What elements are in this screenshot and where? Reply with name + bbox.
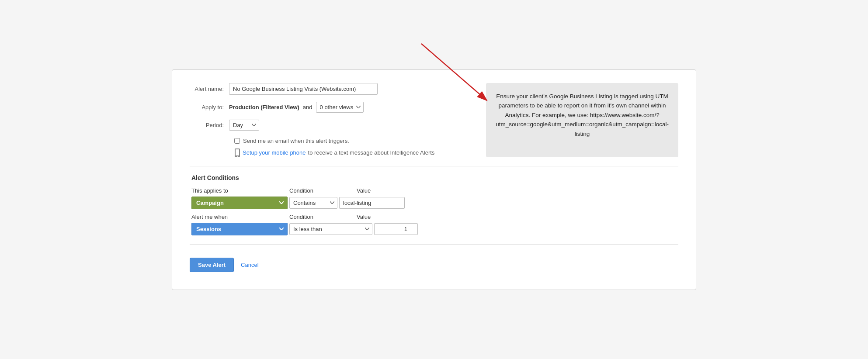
mobile-phone-row: Setup your mobile phone to receive a tex…: [234, 148, 473, 157]
svg-point-2: [237, 156, 238, 157]
alert-name-input[interactable]: [229, 83, 378, 95]
email-checkbox[interactable]: [234, 138, 240, 144]
is-less-than-dropdown[interactable]: Is less than Is greater than Equals: [289, 223, 372, 235]
period-row: Period: Day Week Month: [190, 120, 473, 131]
condition-header-2: Condition: [289, 214, 355, 220]
local-listing-input[interactable]: [339, 197, 405, 209]
period-select[interactable]: Day Week Month: [229, 120, 259, 131]
alert-me-headers: Alert me when Condition Value: [191, 214, 678, 220]
apply-to-bold-text: Production (Filtered View): [229, 104, 299, 110]
alert-me-when-header: Alert me when: [191, 214, 288, 220]
condition-header-1: Condition: [289, 187, 355, 194]
apply-to-row: Apply to: Production (Filtered View) and…: [190, 102, 473, 113]
info-box: Ensure your client's Google Business Lis…: [486, 83, 678, 157]
apply-to-label: Apply to:: [190, 104, 229, 110]
sessions-dropdown[interactable]: Sessions Users Pageviews Bounce Rate: [191, 223, 288, 235]
apply-to-and-text: and: [303, 104, 312, 110]
main-container: Alert name: Apply to: Production (Filter…: [172, 69, 696, 290]
email-checkbox-label: Send me an email when this alert trigger…: [243, 138, 349, 144]
form-left: Alert name: Apply to: Production (Filter…: [190, 83, 473, 157]
bottom-actions: Save Alert Cancel: [190, 258, 678, 272]
apply-to-content: Production (Filtered View) and 0 other v…: [229, 102, 364, 113]
contains-dropdown[interactable]: Contains Does not contain Matches Starts…: [289, 197, 337, 209]
period-label: Period:: [190, 122, 229, 128]
sessions-condition-row: Sessions Users Pageviews Bounce Rate Is …: [191, 223, 678, 235]
alert-name-label: Alert name:: [190, 86, 229, 92]
phone-icon: [234, 148, 240, 157]
svg-rect-1: [236, 149, 239, 155]
mobile-suffix-text: to receive a text message about Intellig…: [308, 149, 435, 156]
campaign-condition-row: Campaign Source Medium Contains Does not…: [191, 197, 678, 209]
other-views-select[interactable]: 0 other views: [316, 102, 364, 113]
mobile-link[interactable]: Setup your mobile phone: [243, 149, 306, 156]
top-section: Alert name: Apply to: Production (Filter…: [190, 83, 678, 157]
divider: [190, 166, 678, 166]
alert-name-row: Alert name:: [190, 83, 473, 95]
save-alert-button[interactable]: Save Alert: [190, 258, 234, 272]
alert-conditions-title: Alert Conditions: [191, 174, 678, 181]
info-box-text: Ensure your client's Google Business Lis…: [496, 93, 669, 137]
condition-headers: This applies to Condition Value: [191, 187, 678, 194]
value-header-2: Value: [357, 214, 444, 220]
email-checkbox-row: Send me an email when this alert trigger…: [234, 138, 473, 144]
bottom-divider: [190, 244, 678, 245]
numeric-value-input[interactable]: [374, 223, 418, 235]
conditions-section: Alert Conditions This applies to Conditi…: [190, 174, 678, 235]
this-applies-to-header: This applies to: [191, 187, 288, 194]
value-header-1: Value: [357, 187, 444, 194]
campaign-dropdown[interactable]: Campaign Source Medium: [191, 197, 288, 209]
cancel-link[interactable]: Cancel: [241, 262, 258, 268]
